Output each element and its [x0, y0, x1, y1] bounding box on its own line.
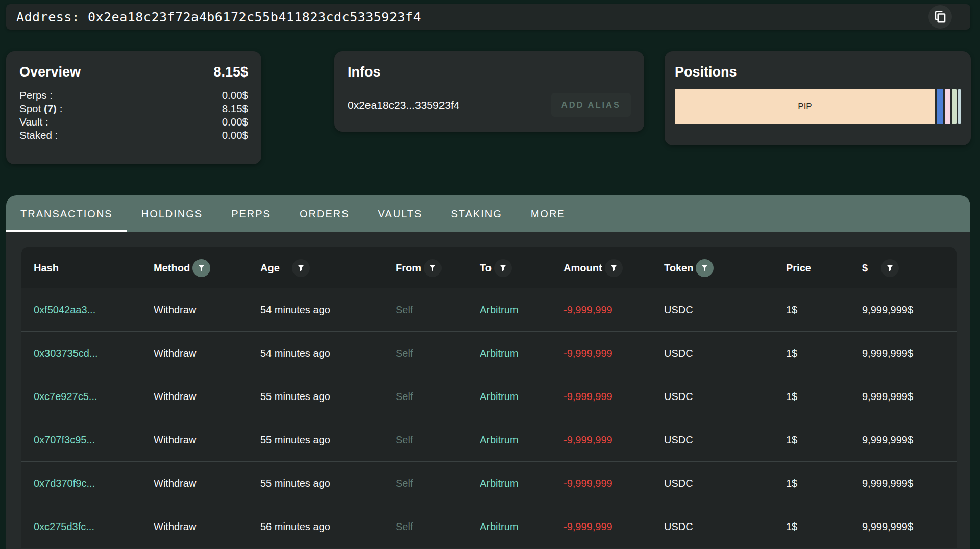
tx-usd-value: 9,999,999$	[862, 304, 957, 316]
overview-row-label: Staked :	[19, 129, 58, 142]
copy-icon	[933, 9, 948, 24]
tx-age: 55 minutes ago	[260, 434, 396, 446]
tx-hash-link[interactable]: 0x707f3c95...	[34, 434, 95, 445]
tab-label: TRANSACTIONS	[20, 208, 113, 220]
position-segment[interactable]: PIP	[675, 89, 935, 124]
tx-token: USDC	[664, 391, 786, 403]
tab-staking[interactable]: STAKING	[436, 195, 516, 232]
filter-button[interactable]	[881, 259, 899, 277]
tx-usd-value: 9,999,999$	[862, 391, 957, 403]
tx-to-link[interactable]: Arbitrum	[480, 391, 519, 402]
address-text: Address: 0x2ea18c23f72a4b6172c55b411823c…	[16, 10, 421, 24]
tab-holdings[interactable]: HOLDINGS	[127, 195, 217, 232]
column-header-label: From	[396, 262, 421, 274]
tx-from-link[interactable]: Self	[396, 434, 413, 445]
tab-label: ORDERS	[300, 208, 350, 220]
overview-row-value: 0.00$	[222, 115, 248, 129]
column-header: Hash	[34, 262, 154, 274]
filter-button[interactable]	[494, 259, 512, 277]
tx-usd-value: 9,999,999$	[862, 347, 957, 359]
overview-row-value: 8.15$	[222, 102, 248, 115]
column-header: Amount	[564, 259, 664, 277]
tx-price: 1$	[786, 391, 862, 403]
filter-button[interactable]	[292, 259, 310, 277]
tx-to-link[interactable]: Arbitrum	[480, 434, 519, 445]
tx-age: 56 minutes ago	[260, 521, 396, 533]
overview-row-label: Spot (7) :	[19, 102, 62, 115]
page: Address: 0x2ea18c23f72a4b6172c55b411823c…	[0, 4, 980, 549]
tx-hash-link[interactable]: 0xc275d3fc...	[34, 521, 94, 532]
tab-perps[interactable]: PERPS	[217, 195, 285, 232]
tx-amount: -9,999,999	[564, 347, 664, 359]
filter-funnel-icon	[700, 264, 709, 272]
column-header-label: Amount	[564, 262, 602, 274]
summary-cards: Overview 8.15$ Perps : 0.00$ Spot (7) : …	[6, 51, 971, 164]
tx-amount: -9,999,999	[564, 434, 664, 446]
position-segment[interactable]	[958, 89, 961, 124]
address-value: 0x2ea18c23f72a4b6172c55b411823cdc5335923…	[88, 10, 421, 24]
tx-price: 1$	[786, 304, 862, 316]
tx-hash-link[interactable]: 0x7d370f9c...	[34, 478, 95, 489]
overview-row: Staked : 0.00$	[19, 129, 248, 142]
tx-method: Withdraw	[154, 347, 260, 359]
tx-to-link[interactable]: Arbitrum	[480, 478, 519, 489]
overview-row: Vault : 0.00$	[19, 115, 248, 129]
position-segment[interactable]	[937, 89, 943, 124]
transaction-row: 0x303735cd... Withdraw 54 minutes ago Se…	[21, 332, 957, 375]
tab-more[interactable]: MORE	[517, 195, 580, 232]
tx-from-link[interactable]: Self	[396, 304, 413, 315]
tx-hash-link[interactable]: 0x303735cd...	[34, 347, 98, 359]
column-header-label: Method	[154, 262, 190, 274]
column-header: Price	[786, 262, 862, 274]
copy-address-button[interactable]	[928, 5, 952, 29]
overview-row-label: Vault :	[19, 115, 48, 129]
column-header-label: $	[862, 262, 868, 274]
positions-card: Positions PIP	[665, 51, 971, 145]
filter-button[interactable]	[424, 259, 442, 277]
column-header-label: Price	[786, 262, 811, 274]
column-header-label: To	[480, 262, 492, 274]
tx-age: 54 minutes ago	[260, 304, 396, 316]
positions-bar: PIP	[675, 89, 961, 124]
table-body: 0xf5042aa3... Withdraw 54 minutes ago Se…	[21, 288, 957, 548]
tab-label: HOLDINGS	[141, 208, 203, 220]
tab-vaults[interactable]: VAULTS	[364, 195, 437, 232]
overview-row: Perps : 0.00$	[19, 89, 248, 102]
filter-button[interactable]	[605, 259, 623, 277]
tx-from-link[interactable]: Self	[396, 521, 413, 532]
tab-transactions[interactable]: TRANSACTIONS	[6, 195, 127, 232]
filter-funnel-icon	[499, 264, 507, 272]
filter-funnel-icon	[609, 264, 618, 272]
overview-total-value: 8.15$	[213, 64, 248, 80]
position-segment[interactable]	[952, 89, 957, 124]
tab-orders[interactable]: ORDERS	[285, 195, 364, 232]
column-header-label: Age	[260, 262, 280, 274]
tx-from-link[interactable]: Self	[396, 478, 413, 489]
position-segment[interactable]	[945, 89, 950, 124]
tx-to-link[interactable]: Arbitrum	[480, 347, 519, 359]
tx-age: 54 minutes ago	[260, 347, 396, 359]
tx-to-link[interactable]: Arbitrum	[480, 521, 519, 532]
tab-label: STAKING	[451, 208, 502, 220]
tab-bar: TRANSACTIONS HOLDINGS PERPS ORDERS VAULT…	[6, 195, 970, 232]
tx-amount: -9,999,999	[564, 521, 664, 533]
filter-funnel-icon	[297, 264, 305, 272]
tx-method: Withdraw	[154, 521, 260, 533]
tx-from-link[interactable]: Self	[396, 391, 413, 402]
column-header: To	[480, 259, 564, 277]
tx-hash-link[interactable]: 0xc7e927c5...	[34, 391, 97, 402]
tx-price: 1$	[786, 521, 862, 533]
overview-row-value: 0.00$	[222, 89, 248, 102]
add-alias-button[interactable]: ADD ALIAS	[551, 93, 631, 117]
tx-usd-value: 9,999,999$	[862, 521, 957, 533]
column-header: Age	[260, 259, 396, 277]
tx-to-link[interactable]: Arbitrum	[480, 304, 519, 315]
tx-hash-link[interactable]: 0xf5042aa3...	[34, 304, 95, 315]
filter-button[interactable]	[696, 259, 714, 277]
filter-funnel-icon	[197, 264, 206, 272]
tx-token: USDC	[664, 434, 786, 446]
filter-button[interactable]	[192, 259, 210, 277]
tx-from-link[interactable]: Self	[396, 347, 413, 359]
tx-price: 1$	[786, 434, 862, 446]
transactions-panel: Hash Method Age From To	[6, 232, 970, 549]
